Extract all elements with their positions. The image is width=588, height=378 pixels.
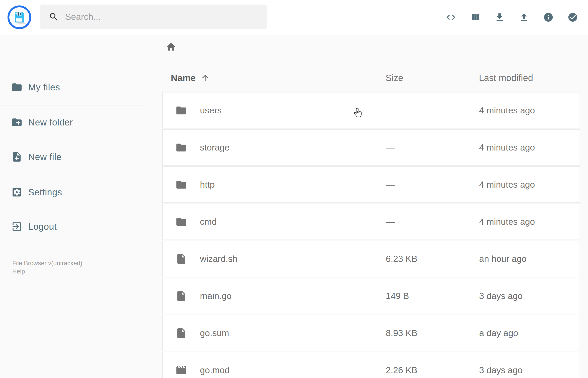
file-size: 149 B bbox=[386, 291, 409, 301]
sidebar-item-label: Settings bbox=[28, 187, 62, 197]
file-modified: a day ago bbox=[479, 328, 518, 338]
file-size: 6.23 KB bbox=[386, 254, 417, 264]
file-row[interactable]: cmd — 4 minutes ago bbox=[162, 203, 580, 240]
app-logo[interactable] bbox=[8, 5, 31, 29]
file-size: 2.26 KB bbox=[386, 365, 417, 375]
download-button[interactable] bbox=[494, 12, 505, 23]
file-list: users — 4 minutes ago storage — 4 minute… bbox=[162, 92, 580, 378]
sidebar-item-new-file[interactable]: New file bbox=[0, 144, 146, 169]
folder-icon bbox=[175, 105, 187, 116]
search-input[interactable] bbox=[65, 12, 260, 22]
sidebar-item-label: My files bbox=[28, 82, 60, 93]
movie-icon bbox=[175, 364, 187, 376]
file-name: wizard.sh bbox=[200, 254, 238, 264]
info-icon bbox=[543, 12, 554, 23]
settings-icon bbox=[11, 187, 23, 198]
home-icon bbox=[166, 41, 176, 52]
floppy-disk-icon bbox=[13, 11, 26, 24]
code-icon bbox=[446, 12, 456, 23]
folder-icon bbox=[175, 216, 187, 228]
sidebar-item-my-files[interactable]: My files bbox=[0, 75, 146, 100]
file-name: storage bbox=[200, 143, 229, 153]
upload-button[interactable] bbox=[519, 12, 529, 23]
divider bbox=[0, 105, 144, 106]
column-header-modified[interactable]: Last modified bbox=[479, 70, 533, 86]
code-view-button[interactable] bbox=[446, 12, 456, 23]
file-size: — bbox=[386, 106, 395, 115]
folder-icon bbox=[11, 81, 23, 93]
file-icon bbox=[175, 290, 187, 302]
file-name: main.go bbox=[200, 291, 232, 301]
folder-icon bbox=[175, 142, 187, 153]
file-modified: 4 minutes ago bbox=[479, 180, 535, 190]
breadcrumb-home-button[interactable] bbox=[166, 41, 176, 52]
sidebar-item-label: New folder bbox=[28, 117, 73, 128]
grid-view-button[interactable] bbox=[470, 12, 481, 23]
search-bar[interactable] bbox=[40, 5, 267, 29]
file-modified: 4 minutes ago bbox=[479, 217, 535, 227]
sidebar-item-logout[interactable]: Logout bbox=[0, 214, 146, 239]
file-modified: 3 days ago bbox=[479, 291, 523, 301]
file-name: go.sum bbox=[200, 328, 229, 338]
file-modified: an hour ago bbox=[479, 254, 526, 264]
select-button[interactable] bbox=[567, 12, 578, 23]
divider bbox=[162, 62, 582, 62]
file-name: http bbox=[200, 180, 215, 190]
note-add-icon bbox=[11, 151, 23, 162]
sidebar: My files New folder New file Settings Lo… bbox=[0, 35, 146, 378]
sidebar-item-label: New file bbox=[28, 152, 62, 162]
file-listing-area: Name Size Last modified bbox=[146, 35, 588, 378]
sidebar-item-label: Logout bbox=[28, 222, 57, 232]
help-link[interactable]: Help bbox=[12, 267, 25, 276]
create-new-folder-icon bbox=[11, 117, 23, 128]
sidebar-footer: File Browser v(untracked) Help bbox=[12, 259, 82, 276]
check-circle-icon bbox=[567, 12, 578, 23]
sidebar-item-new-folder[interactable]: New folder bbox=[0, 110, 146, 135]
upload-icon bbox=[519, 12, 529, 23]
column-header-name[interactable]: Name bbox=[171, 70, 210, 86]
file-modified: 4 minutes ago bbox=[479, 106, 535, 115]
logout-icon bbox=[11, 221, 23, 232]
topbar bbox=[0, 0, 588, 35]
file-modified: 3 days ago bbox=[479, 365, 523, 375]
info-button[interactable] bbox=[543, 12, 554, 23]
divider bbox=[0, 175, 144, 175]
file-row[interactable]: wizard.sh 6.23 KB an hour ago bbox=[162, 241, 580, 277]
app-version: File Browser v(untracked) bbox=[12, 259, 82, 267]
list-header: Name Size Last modified bbox=[162, 70, 580, 86]
file-size: — bbox=[386, 143, 395, 153]
folder-icon bbox=[175, 179, 187, 190]
download-icon bbox=[494, 12, 505, 23]
sidebar-item-settings[interactable]: Settings bbox=[0, 180, 146, 205]
toolbar bbox=[446, 0, 578, 35]
search-icon bbox=[49, 12, 59, 22]
file-modified: 4 minutes ago bbox=[479, 143, 535, 153]
file-size: 8.93 KB bbox=[386, 328, 417, 338]
file-size: — bbox=[386, 180, 395, 190]
file-size: — bbox=[386, 217, 395, 227]
file-row[interactable]: main.go 149 B 3 days ago bbox=[162, 278, 580, 314]
column-header-size[interactable]: Size bbox=[386, 70, 403, 86]
file-icon bbox=[175, 253, 187, 265]
file-icon bbox=[175, 327, 187, 339]
sort-ascending-icon bbox=[201, 73, 210, 82]
file-row[interactable]: users — 4 minutes ago bbox=[162, 92, 580, 128]
file-row[interactable]: http — 4 minutes ago bbox=[162, 166, 580, 203]
view-grid-icon bbox=[470, 12, 481, 23]
file-name: users bbox=[200, 106, 222, 115]
file-name: cmd bbox=[200, 217, 217, 227]
file-row[interactable]: go.mod 2.26 KB 3 days ago bbox=[162, 352, 580, 378]
file-name: go.mod bbox=[200, 365, 229, 375]
file-row[interactable]: storage — 4 minutes ago bbox=[162, 129, 580, 165]
file-row[interactable]: go.sum 8.93 KB a day ago bbox=[162, 315, 580, 351]
